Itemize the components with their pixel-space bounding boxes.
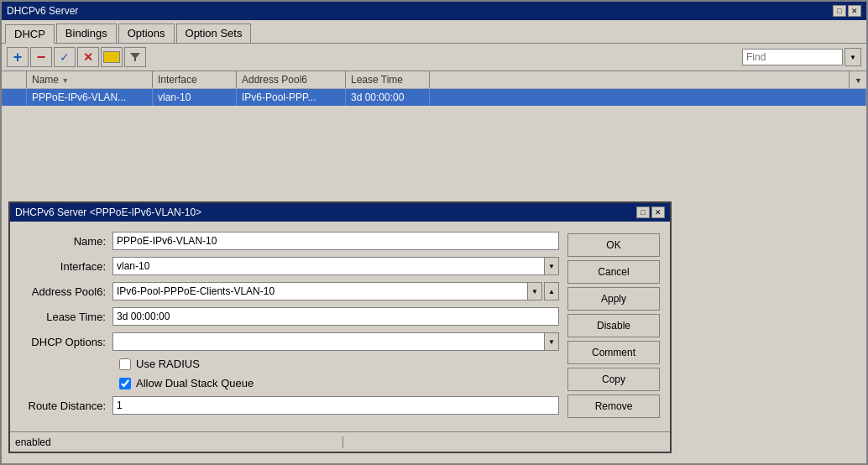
address-pool-label: Address Pool6: (20, 285, 112, 298)
toolbar: + − ✓ ✕ ▼ (2, 44, 866, 71)
tabs-bar: DHCP Bindings Options Option Sets (2, 20, 866, 44)
address-pool-container: ▼ ▲ (112, 282, 559, 300)
window-title: DHCPv6 Server (7, 5, 78, 17)
route-distance-row: Route Distance: (20, 396, 559, 415)
status-text: enabled (15, 436, 343, 448)
row-name: PPPoE-IPv6-VLAN... (27, 89, 153, 106)
interface-label: Interface: (20, 260, 112, 273)
cancel-button[interactable]: Cancel (567, 260, 660, 284)
disable-button[interactable]: Disable (567, 314, 660, 337)
check-button[interactable]: ✓ (54, 47, 76, 67)
row-pool: IPv6-Pool-PPP... (237, 89, 346, 106)
route-distance-input[interactable] (112, 396, 559, 415)
tab-option-sets[interactable]: Option Sets (176, 24, 252, 43)
dialog-title-bar: DHCPv6 Server <PPPoE-IPv6-VLAN-10> □ ✕ (10, 203, 670, 222)
row-rest (430, 89, 866, 106)
allow-dual-stack-checkbox[interactable] (119, 378, 131, 389)
find-dropdown-button[interactable]: ▼ (844, 48, 861, 66)
tab-bindings[interactable]: Bindings (56, 24, 117, 43)
buttons-panel: OK Cancel Apply Disable Comment Copy Rem… (567, 232, 660, 421)
find-dropdown-icon: ▼ (850, 54, 856, 61)
address-pool-dropdown-button[interactable]: ▼ (527, 282, 542, 300)
filter-button[interactable] (124, 47, 146, 67)
allow-dual-stack-row: Allow Dual Stack Queue (119, 377, 559, 389)
dialog-content: Name: Interface: ▼ (10, 222, 670, 431)
col-header-rest (430, 71, 850, 88)
tab-options[interactable]: Options (118, 24, 175, 43)
interface-select-container: ▼ (112, 257, 559, 275)
lease-time-input[interactable] (112, 307, 559, 326)
tab-dhcp[interactable]: DHCP (5, 24, 55, 44)
table-header: Name ▼ Interface Address Pool6 Lease Tim… (2, 71, 866, 89)
dhcp-options-dropdown-button[interactable]: ▼ (544, 332, 559, 351)
find-input[interactable] (742, 49, 843, 65)
dialog: DHCPv6 Server <PPPoE-IPv6-VLAN-10> □ ✕ N… (8, 201, 672, 453)
interface-input[interactable] (112, 257, 545, 275)
col-header-pool: Address Pool6 (237, 71, 346, 88)
col-header-interface: Interface (153, 71, 237, 88)
form-section: Name: Interface: ▼ (20, 232, 559, 421)
dialog-title: DHCPv6 Server <PPPoE-IPv6-VLAN-10> (15, 206, 201, 218)
allow-dual-stack-label: Allow Dual Stack Queue (136, 377, 254, 389)
row-lease: 3d 00:00:00 (346, 89, 430, 106)
remove-button[interactable]: Remove (567, 394, 660, 418)
filter-icon (129, 51, 141, 63)
title-bar: DHCPv6 Server □ ✕ (2, 2, 866, 20)
remove-button[interactable]: − (30, 47, 52, 67)
interface-dropdown-icon: ▼ (548, 263, 555, 270)
add-button[interactable]: + (7, 47, 29, 67)
table-row[interactable]: PPPoE-IPv6-VLAN... vlan-10 IPv6-Pool-PPP… (2, 89, 866, 106)
dhcp-options-input[interactable] (112, 332, 545, 351)
main-window: DHCPv6 Server □ ✕ DHCP Bindings Options … (0, 0, 868, 465)
flag-icon (103, 51, 120, 63)
sort-arrow-name: ▼ (61, 76, 69, 85)
use-radius-checkbox[interactable] (119, 358, 131, 370)
restore-button[interactable]: □ (833, 5, 846, 17)
address-pool-row: Address Pool6: ▼ ▲ (20, 282, 559, 300)
row-interface: vlan-10 (153, 89, 237, 106)
dialog-restore-button[interactable]: □ (636, 206, 650, 218)
dialog-close-button[interactable]: ✕ (651, 206, 665, 218)
route-distance-label: Route Distance: (20, 400, 112, 412)
dhcp-options-dropdown-icon: ▼ (548, 338, 555, 346)
col-header-check (2, 71, 27, 88)
interface-row: Interface: ▼ (20, 257, 559, 275)
address-pool-dropdown-icon: ▼ (531, 288, 538, 295)
dhcp-options-label: DHCP Options: (20, 336, 112, 348)
use-radius-row: Use RADIUS (119, 358, 559, 370)
col-header-name: Name ▼ (27, 71, 153, 88)
dialog-title-buttons: □ ✕ (636, 206, 665, 218)
dhcp-options-select-container: ▼ (112, 332, 559, 351)
name-row: Name: (20, 232, 559, 250)
copy-button[interactable]: Copy (567, 368, 660, 391)
svg-marker-0 (130, 53, 140, 61)
dhcp-options-row: DHCP Options: ▼ (20, 332, 559, 351)
comment-button[interactable]: Comment (567, 341, 660, 364)
address-pool-up-button[interactable]: ▲ (544, 282, 559, 300)
lease-time-row: Lease Time: (20, 307, 559, 326)
main-content: Name ▼ Interface Address Pool6 Lease Tim… (2, 71, 866, 463)
use-radius-label: Use RADIUS (136, 358, 200, 370)
col-header-arrow: ▼ (850, 71, 866, 88)
interface-dropdown-button[interactable]: ▼ (544, 257, 559, 275)
flag-button[interactable] (101, 47, 123, 67)
apply-button[interactable]: Apply (567, 287, 660, 311)
ok-button[interactable]: OK (567, 233, 660, 257)
address-pool-input[interactable] (112, 282, 528, 300)
close-button[interactable]: ✕ (848, 5, 861, 17)
col-header-lease: Lease Time (346, 71, 430, 88)
name-input[interactable] (112, 232, 559, 250)
x-button[interactable]: ✕ (77, 47, 99, 67)
table-arrow-icon: ▼ (855, 76, 862, 85)
status-bar: enabled (10, 431, 670, 452)
title-bar-buttons: □ ✕ (833, 5, 861, 17)
name-label: Name: (20, 235, 112, 248)
lease-time-label: Lease Time: (20, 311, 112, 323)
row-check (2, 89, 27, 106)
up-arrow-icon: ▲ (548, 288, 555, 295)
